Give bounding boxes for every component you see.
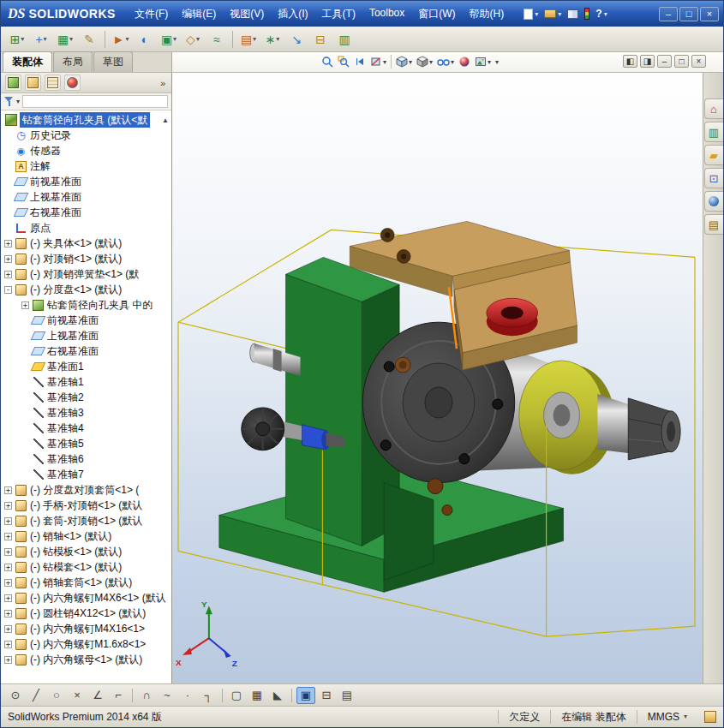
tree-item[interactable]: 基准面1	[1, 359, 171, 374]
tree-item[interactable]: 基准轴5	[1, 436, 171, 451]
shaded-sketch-contours-icon[interactable]: ▣	[296, 687, 315, 704]
open-button[interactable]: ▾	[543, 9, 562, 19]
arc-icon[interactable]: ∩	[137, 687, 156, 704]
status-units[interactable]: MMGS▾	[637, 710, 697, 725]
smart-fasteners-button[interactable]: ✎	[78, 29, 100, 50]
expand-toggle[interactable]: +	[4, 548, 12, 556]
expand-toggle[interactable]	[4, 224, 12, 232]
doc-minimize-button[interactable]: –	[657, 55, 672, 68]
tree-item[interactable]: + (-) 手柄-对顶销<1> (默认	[1, 498, 171, 513]
view-settings-button[interactable]: ▾	[494, 57, 500, 68]
menu-item[interactable]: 窗口(W)	[411, 4, 462, 24]
linear-component-pattern-button[interactable]: ▦ ▾	[54, 29, 76, 50]
expand-toggle[interactable]	[21, 471, 29, 479]
expand-toggle[interactable]	[21, 409, 29, 417]
zoom-to-area-button[interactable]	[336, 54, 351, 69]
tree-item[interactable]: - (-) 分度盘<1> (默认)	[1, 282, 171, 297]
expand-toggle[interactable]: +	[4, 594, 12, 602]
filter-funnel-icon[interactable]	[4, 97, 14, 106]
filter-caret-icon[interactable]: ▾	[16, 98, 20, 105]
expand-toggle[interactable]: +	[4, 255, 12, 263]
quick-tips-icon[interactable]	[704, 711, 716, 723]
tree-item[interactable]: 基准轴6	[1, 451, 171, 467]
split-entities-icon[interactable]: ⊟	[317, 687, 336, 704]
bill-of-materials-button[interactable]: ▤ ▾	[237, 29, 260, 50]
pane-right-button[interactable]: ◨	[640, 55, 655, 68]
zoom-to-fit-button[interactable]	[320, 54, 335, 69]
expand-toggle[interactable]: +	[4, 641, 12, 648]
tree-item[interactable]: 传感器	[1, 143, 171, 158]
expand-toggle[interactable]	[4, 147, 12, 155]
sketch-fillet-icon[interactable]: ∠	[88, 687, 107, 704]
tree-root-item[interactable]: 钻套筒径向孔夹具 (默认<默 ▲	[1, 112, 171, 128]
tree-item[interactable]: 基准轴2	[1, 390, 171, 405]
view-palette-icon[interactable]: ⊡	[704, 168, 723, 188]
tree-item[interactable]: 基准轴4	[1, 421, 171, 436]
view-orientation-button[interactable]: ▾	[394, 54, 414, 69]
tree-item[interactable]: 上视基准面	[1, 328, 171, 343]
tree-item[interactable]: + 钻套筒径向孔夹具 中的	[1, 297, 171, 313]
centerline-icon[interactable]: ⌐	[109, 687, 128, 704]
expand-toggle[interactable]: +	[4, 656, 12, 664]
pane-left-button[interactable]: ◧	[623, 55, 637, 68]
appearances-icon[interactable]	[704, 191, 723, 212]
expand-toggle[interactable]	[21, 394, 29, 402]
featuremanager-tab[interactable]	[5, 75, 21, 91]
expand-toggle[interactable]	[4, 194, 12, 201]
tree-item[interactable]: + (-) 圆柱销4X12<1> (默认)	[1, 606, 171, 621]
expand-toggle[interactable]: +	[4, 610, 12, 618]
design-library-icon[interactable]: ▥	[704, 122, 723, 142]
smart-dimension-icon[interactable]: ⊙	[6, 687, 25, 704]
filter-input[interactable]	[22, 95, 168, 108]
menu-item[interactable]: 帮助(H)	[463, 4, 512, 24]
expand-toggle[interactable]: +	[4, 502, 12, 510]
tree-item[interactable]: 原点	[1, 220, 171, 236]
commandmanager-tab[interactable]: 布局	[53, 51, 93, 72]
tree-scroll-up-icon[interactable]: ▲	[162, 116, 171, 124]
expand-toggle[interactable]	[4, 132, 12, 140]
menu-item[interactable]: 文件(F)	[128, 4, 175, 24]
tree-item[interactable]: + (-) 套筒-对顶销<1> (默认	[1, 513, 171, 528]
maximize-button[interactable]: □	[679, 7, 698, 21]
tree-item[interactable]: 前视基准面	[1, 313, 171, 328]
tree-item[interactable]: 上视基准面	[1, 189, 171, 205]
expand-toggle[interactable]: +	[4, 533, 12, 540]
expand-toggle[interactable]	[21, 363, 29, 371]
expand-toggle[interactable]: +	[4, 240, 12, 248]
expand-toggle[interactable]: +	[4, 564, 12, 571]
solidworks-resources-icon[interactable]: ⌂	[704, 98, 723, 119]
separator[interactable]	[291, 689, 292, 702]
displaymanager-tab[interactable]	[64, 75, 81, 91]
panel-overflow-chevron[interactable]: »	[160, 78, 167, 88]
tree-item[interactable]: + (-) 内六角螺母<1> (默认)	[1, 652, 171, 667]
menu-item[interactable]: 插入(I)	[271, 4, 314, 24]
separator[interactable]	[132, 689, 133, 702]
tree-item[interactable]: + (-) 夹具体<1> (默认)	[1, 236, 171, 251]
propertymanager-tab[interactable]	[25, 75, 41, 91]
new-document-button[interactable]: ▾	[523, 8, 539, 21]
expand-toggle[interactable]	[21, 456, 29, 463]
spline-icon[interactable]: ~	[158, 687, 177, 704]
tree-item[interactable]: + (-) 销轴套筒<1> (默认)	[1, 575, 171, 590]
separator[interactable]	[222, 689, 223, 702]
expand-toggle[interactable]: +	[4, 625, 12, 633]
measure-button[interactable]: ⊟	[309, 29, 332, 50]
tree-item[interactable]: 基准轴1	[1, 374, 171, 390]
exploded-view-button[interactable]: ∗ ▾	[261, 29, 284, 50]
tree-item[interactable]: + (-) 钻模板<1> (默认)	[1, 544, 171, 559]
previous-view-button[interactable]	[352, 54, 368, 69]
separator[interactable]	[105, 31, 105, 48]
file-explorer-icon[interactable]: ▰	[704, 145, 723, 165]
custom-properties-icon[interactable]: ▤	[704, 214, 723, 235]
tree-item[interactable]: 历史记录	[1, 128, 171, 143]
expand-toggle[interactable]: -	[4, 286, 12, 294]
edit-appearance-button[interactable]	[457, 54, 472, 69]
expand-toggle[interactable]: +	[4, 517, 12, 525]
expand-toggle[interactable]	[4, 209, 12, 217]
expand-toggle[interactable]	[21, 317, 29, 325]
tree-item[interactable]: 前视基准面	[1, 174, 171, 189]
expand-toggle[interactable]	[4, 163, 12, 170]
tree-item[interactable]: + (-) 内六角螺钉M4X16<1>	[1, 621, 171, 636]
configurationmanager-tab[interactable]	[45, 75, 61, 91]
model-canvas[interactable]: Y X Z	[172, 73, 703, 683]
